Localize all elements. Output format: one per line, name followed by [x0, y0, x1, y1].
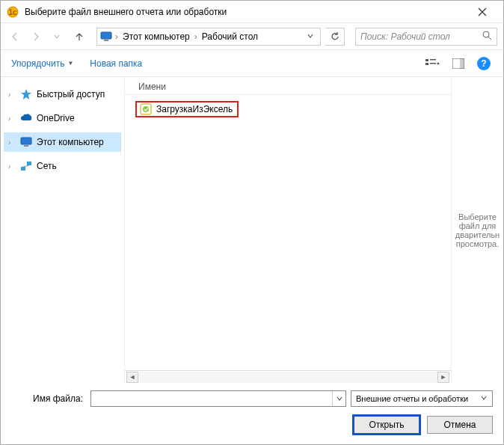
svg-point-4 [483, 31, 489, 37]
chevron-right-icon: › [115, 31, 118, 42]
svg-rect-2 [101, 32, 111, 39]
open-button[interactable]: Открыть [354, 416, 420, 434]
navbar: › Этот компьютер › Рабочий стол Поиск: Р… [1, 23, 503, 50]
view-options-button[interactable] [424, 55, 442, 73]
file-item[interactable]: ЗагрузкаИзЭксель [135, 101, 239, 117]
file-list[interactable]: ЗагрузкаИзЭксель [125, 95, 451, 370]
file-icon [140, 103, 152, 115]
organize-menu[interactable]: Упорядочить ▼ [11, 58, 73, 69]
back-button[interactable] [7, 28, 23, 45]
sidebar-item-computer[interactable]: › Этот компьютер [4, 132, 121, 152]
svg-rect-8 [430, 63, 436, 64]
app-icon: 1c [7, 6, 19, 18]
cancel-button[interactable]: Отмена [427, 416, 493, 434]
scroll-right-button[interactable]: ► [437, 372, 449, 383]
chevron-down-icon: ▼ [67, 60, 73, 67]
recent-dropdown[interactable] [49, 28, 65, 45]
column-header-name[interactable]: Имени [125, 77, 451, 95]
svg-rect-6 [425, 63, 428, 65]
svg-rect-12 [24, 145, 28, 147]
filename-label: Имя файла: [11, 393, 86, 404]
svg-rect-7 [430, 59, 436, 61]
svg-rect-13 [21, 167, 25, 171]
filename-input[interactable] [90, 390, 346, 407]
search-icon [482, 31, 492, 43]
window-title: Выберите файл внешнего отчета или обрабо… [25, 7, 467, 17]
sidebar-item-quickaccess[interactable]: › Быстрый доступ [4, 85, 121, 104]
horizontal-scrollbar[interactable]: ◄ ► [125, 370, 451, 383]
chevron-right-icon: › [194, 31, 197, 42]
pc-icon [100, 31, 112, 42]
filename-dropdown[interactable] [332, 391, 345, 406]
network-icon [20, 160, 32, 172]
titlebar: 1c Выберите файл внешнего отчета или обр… [1, 1, 503, 23]
svg-rect-5 [425, 59, 428, 61]
help-icon: ? [477, 57, 491, 70]
svg-rect-11 [21, 138, 31, 144]
sidebar: › Быстрый доступ › OneDrive › Этот компь… [1, 77, 124, 383]
toolbar: Упорядочить ▼ Новая папка ? [1, 50, 503, 77]
breadcrumb[interactable]: › Этот компьютер › Рабочий стол [96, 28, 321, 46]
sidebar-item-network[interactable]: › Сеть [4, 156, 121, 176]
svg-rect-3 [104, 40, 108, 41]
sidebar-item-onedrive[interactable]: › OneDrive [4, 108, 121, 128]
svg-rect-10 [460, 58, 464, 69]
close-button[interactable] [467, 1, 497, 22]
main-pane: › Быстрый доступ › OneDrive › Этот компь… [1, 77, 503, 383]
star-icon [20, 88, 32, 100]
new-folder-button[interactable]: Новая папка [90, 58, 142, 69]
chevron-right-icon: › [8, 138, 16, 147]
chevron-down-icon [480, 394, 488, 403]
refresh-button[interactable] [325, 28, 345, 46]
footer: Имя файла: Внешние отчеты и обработки От… [1, 383, 503, 444]
breadcrumb-dropdown[interactable] [304, 31, 317, 42]
file-list-pane: Имени ЗагрузкаИзЭксель ◄ ► [124, 77, 451, 383]
up-button[interactable] [71, 28, 87, 45]
scroll-left-button[interactable]: ◄ [126, 372, 138, 383]
search-input[interactable]: Поиск: Рабочий стол [355, 28, 497, 46]
svg-text:1c: 1c [8, 8, 17, 16]
file-type-filter[interactable]: Внешние отчеты и обработки [351, 390, 493, 407]
help-button[interactable]: ? [475, 55, 493, 73]
svg-rect-14 [27, 162, 31, 165]
search-placeholder: Поиск: Рабочий стол [360, 31, 482, 42]
crumb-desktop[interactable]: Рабочий стол [200, 31, 259, 42]
forward-button[interactable] [28, 28, 44, 45]
file-name: ЗагрузкаИзЭксель [156, 104, 233, 114]
chevron-right-icon: › [8, 162, 16, 171]
cloud-icon [20, 112, 32, 124]
chevron-right-icon: › [8, 90, 16, 99]
scroll-track[interactable] [138, 372, 437, 383]
chevron-right-icon: › [8, 114, 16, 123]
crumb-computer[interactable]: Этот компьютер [121, 31, 191, 42]
preview-pane-button[interactable] [449, 55, 467, 73]
preview-pane: Выберите файл для дварительн просмотра. [451, 77, 503, 383]
pc-icon [20, 136, 32, 148]
